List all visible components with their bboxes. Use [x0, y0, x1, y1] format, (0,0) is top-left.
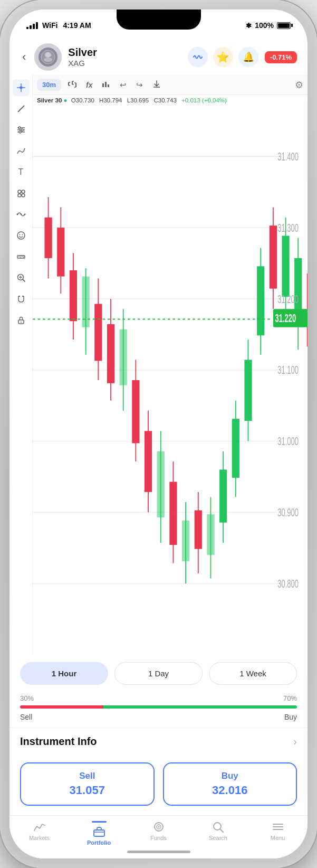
svg-point-20 [17, 232, 25, 239]
nav-menu[interactable]: Menu [248, 821, 308, 846]
tool-shape[interactable] [13, 185, 30, 202]
svg-text:31.200: 31.200 [277, 293, 299, 305]
nav-markets[interactable]: Markets [9, 821, 69, 846]
battery-icon [277, 22, 291, 29]
sentiment-bar [20, 705, 297, 709]
bell-button[interactable]: 🔔 [238, 47, 258, 67]
emoji-icon [16, 231, 26, 240]
chart-topbar: 30m [33, 75, 308, 95]
candlestick-chart: 31.400 31.300 31.200 31.100 31.000 30.90… [33, 106, 308, 655]
instrument-name: Silver [68, 46, 181, 59]
draw-icon [16, 146, 26, 156]
svg-text:31.000: 31.000 [277, 435, 299, 448]
svg-rect-110 [94, 830, 104, 836]
tool-ruler[interactable] [13, 248, 30, 265]
active-indicator [92, 821, 107, 823]
markets-label: Markets [29, 835, 50, 841]
battery-text: 100% [255, 21, 274, 30]
time-1hour[interactable]: 1 Hour [20, 662, 108, 685]
buy-bar [103, 705, 297, 709]
svg-text:30.900: 30.900 [277, 506, 299, 519]
pattern-icon [16, 210, 26, 219]
silver-avatar-icon [41, 50, 55, 64]
tool-crosshair[interactable] [13, 79, 30, 96]
svg-text:31.400: 31.400 [277, 150, 299, 163]
nav-funds[interactable]: Funds [129, 821, 188, 846]
ohlc-values: O30.730 H30.794 L30.695 C30.743 +0.013 (… [71, 97, 230, 103]
sell-label: Sell [28, 771, 146, 781]
header-actions: ⭐ 🔔 [188, 47, 258, 67]
svg-line-29 [23, 280, 25, 282]
chart-type-icon[interactable] [65, 79, 79, 91]
chevron-right-icon: › [293, 735, 297, 748]
nav-portfolio[interactable]: Portfolio [69, 821, 129, 846]
sentiment-percentages: 30% 70% [20, 694, 297, 702]
status-time: 4:19 AM [63, 21, 91, 30]
svg-text:31.220: 31.220 [275, 312, 296, 325]
chart-section: T [9, 75, 308, 655]
funds-icon [152, 821, 165, 833]
redo-icon[interactable]: ↪ [133, 79, 146, 91]
ohlc-symbol: Silver 30 ● [37, 97, 67, 103]
download-icon[interactable] [150, 78, 164, 91]
svg-rect-89 [244, 360, 252, 421]
notch [117, 10, 201, 30]
price-change-badge: -0.71% [265, 51, 297, 63]
svg-rect-81 [195, 511, 202, 549]
portfolio-icon [93, 826, 105, 837]
tool-magnet[interactable] [13, 290, 30, 307]
svg-point-2 [44, 58, 52, 62]
nav-search[interactable]: Search [188, 821, 248, 846]
timeframe-button[interactable]: 30m [37, 79, 61, 91]
tool-line[interactable] [13, 100, 30, 117]
chart-main: 30m [33, 75, 308, 655]
tool-pattern[interactable] [13, 206, 30, 223]
time-1week[interactable]: 1 Week [209, 662, 297, 685]
buy-button[interactable]: Buy 32.016 [163, 762, 297, 806]
avatar [34, 43, 62, 71]
sentiment-labels: Sell Buy [20, 713, 297, 721]
svg-point-17 [16, 214, 18, 215]
chart-toolbar: T [9, 75, 33, 655]
tool-text[interactable]: T [13, 164, 30, 181]
wave-button[interactable] [188, 47, 208, 67]
tool-emoji[interactable] [13, 227, 30, 244]
svg-rect-69 [120, 329, 127, 385]
lock-icon [16, 315, 26, 325]
svg-point-11 [21, 129, 23, 131]
star-button[interactable]: ⭐ [213, 47, 233, 67]
svg-rect-71 [132, 380, 139, 443]
svg-point-19 [24, 214, 25, 215]
svg-rect-47 [108, 84, 109, 87]
sell-label: Sell [20, 713, 32, 721]
text-tool-icon: T [18, 167, 24, 177]
tool-draw[interactable] [13, 143, 30, 159]
tool-lock[interactable] [13, 312, 30, 328]
tool-zoom[interactable] [13, 269, 30, 286]
svg-rect-93 [270, 225, 277, 288]
back-button[interactable]: ‹ [20, 48, 28, 66]
undo-icon[interactable]: ↩ [117, 79, 129, 91]
buy-label: Buy [284, 713, 297, 721]
crosshair-icon [16, 83, 26, 92]
sell-button[interactable]: Sell 31.057 [20, 762, 155, 806]
svg-rect-57 [44, 218, 52, 258]
svg-point-16 [22, 194, 25, 197]
svg-point-21 [19, 234, 20, 235]
svg-point-14 [22, 190, 25, 193]
svg-line-116 [220, 829, 223, 833]
zoom-icon [16, 273, 26, 282]
tool-indicators[interactable] [13, 121, 30, 138]
settings-icon[interactable]: ⚙ [295, 79, 303, 91]
svg-text:30.800: 30.800 [277, 578, 299, 590]
svg-point-114 [158, 826, 159, 828]
sell-price: 31.057 [28, 784, 146, 797]
funds-label: Funds [150, 835, 167, 841]
fx-icon[interactable]: fx [83, 79, 95, 91]
svg-rect-83 [207, 514, 214, 555]
app-content: ‹ Silver XAG [9, 37, 308, 858]
svg-point-15 [18, 194, 21, 197]
bar-chart-icon[interactable] [99, 79, 113, 91]
time-1day[interactable]: 1 Day [114, 662, 203, 685]
instrument-info-row[interactable]: Instrument Info › [9, 728, 308, 755]
